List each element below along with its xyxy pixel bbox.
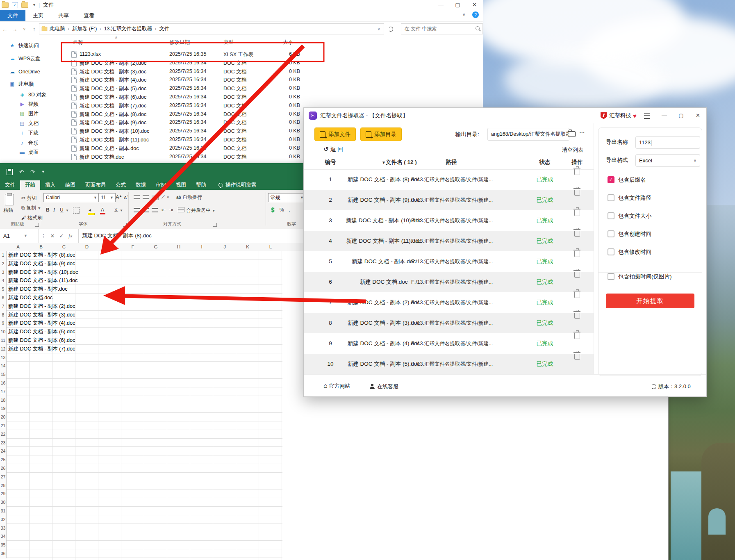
excel-row-number[interactable]: 29 bbox=[0, 489, 7, 499]
quick-toolbar-check-icon[interactable]: ✓ bbox=[12, 2, 18, 8]
align-middle-icon[interactable] bbox=[143, 195, 149, 199]
excel-tab-文件[interactable]: 文件 bbox=[0, 180, 20, 190]
undo-icon[interactable]: ↶ bbox=[19, 169, 24, 175]
file-row[interactable]: 新建 DOC 文档 - 副本 (2).doc2025/7/25 16:34DOC… bbox=[61, 59, 439, 68]
excel-row-number[interactable]: 7 bbox=[0, 302, 7, 311]
excel-cell-A12[interactable]: 新建 DOC 文档 - 副本 (7).doc bbox=[8, 345, 75, 353]
excel-cell-A11[interactable]: 新建 DOC 文档 - 副本 (6).doc bbox=[8, 336, 75, 345]
excel-col-K[interactable]: K bbox=[236, 243, 259, 251]
online-support-link[interactable]: 在线客服 bbox=[369, 383, 398, 390]
excel-row-number[interactable]: 4 bbox=[0, 276, 7, 285]
increase-indent-icon[interactable]: ⇥ bbox=[169, 207, 173, 213]
checkbox-包含创建时间[interactable] bbox=[608, 230, 614, 237]
table-row[interactable]: 7新建 DOC 文档 - 副本 (2).docF:/13.汇帮文件名提取器/文件… bbox=[304, 292, 594, 313]
excel-cell-A10[interactable]: 新建 DOC 文档 - 副本 (5).doc bbox=[8, 328, 75, 336]
excel-col-E[interactable]: E bbox=[98, 243, 121, 251]
excel-row-number[interactable]: 15 bbox=[0, 370, 7, 379]
file-row[interactable]: 新建 DOC 文档 - 副本 (4).doc2025/7/25 16:34DOC… bbox=[61, 76, 439, 84]
excel-col-F[interactable]: F bbox=[121, 243, 144, 251]
app-close-button[interactable]: ✕ bbox=[689, 111, 706, 121]
excel-col-A[interactable]: A bbox=[7, 243, 30, 251]
help-icon[interactable]: ? bbox=[472, 11, 479, 18]
name-box[interactable]: A1 ▼ bbox=[0, 229, 39, 243]
align-dialog-icon[interactable] bbox=[213, 223, 217, 227]
clipboard-dialog-icon[interactable] bbox=[35, 223, 39, 227]
excel-tab-页面布局[interactable]: 页面布局 bbox=[80, 180, 111, 190]
delete-icon[interactable] bbox=[574, 210, 580, 216]
file-row[interactable]: 新建 DOC 文档 - 副本 (3).doc2025/7/25 16:34DOC… bbox=[61, 68, 439, 76]
excel-cell-A6[interactable]: 新建 DOC 文档.doc bbox=[8, 294, 52, 302]
excel-tab-绘图[interactable]: 绘图 bbox=[60, 180, 80, 190]
file-row[interactable]: 1123.xlsx2025/7/25 16:35XLSX 工作表6 KB bbox=[61, 50, 439, 59]
enter-icon[interactable]: ✓ bbox=[57, 233, 66, 239]
excel-cell-A5[interactable]: 新建 DOC 文档 - 副本.doc bbox=[8, 285, 67, 294]
sidebar-item-快速访问[interactable]: ★快速访问 bbox=[0, 41, 71, 50]
font-color-icon[interactable]: A bbox=[101, 207, 104, 213]
ribbon-collapse-icon[interactable]: ∨ bbox=[462, 12, 465, 17]
decrease-indent-icon[interactable]: ⇤ bbox=[162, 207, 166, 213]
excel-col-I[interactable]: I bbox=[190, 243, 213, 251]
table-row[interactable]: 2新建 DOC 文档 - 副本 (9).docF:/13.汇帮文件名提取器/文件… bbox=[304, 190, 594, 210]
heart-icon[interactable]: ♥ bbox=[633, 112, 637, 119]
col-status[interactable]: 状态 bbox=[532, 155, 558, 169]
official-site-link[interactable]: ⌂ 官方网站 bbox=[323, 382, 350, 390]
delete-icon[interactable] bbox=[574, 231, 580, 237]
back-icon[interactable]: ← bbox=[0, 26, 10, 32]
excel-cell-A8[interactable]: 新建 DOC 文档 - 副本 (3).doc bbox=[8, 311, 75, 319]
file-row[interactable]: 新建 DOC 文档 - 副本 (6).doc2025/7/25 16:34DOC… bbox=[61, 93, 439, 102]
excel-row-number[interactable]: 6 bbox=[0, 294, 7, 303]
excel-col-D[interactable]: D bbox=[75, 243, 98, 251]
fill-color-icon[interactable]: ◂ bbox=[89, 207, 91, 213]
align-top-icon[interactable] bbox=[134, 195, 140, 199]
excel-cell-A4[interactable]: 新建 DOC 文档 - 副本 (11).doc bbox=[8, 276, 77, 285]
up-icon[interactable]: ↑ bbox=[29, 26, 39, 32]
excel-tab-审阅[interactable]: 审阅 bbox=[151, 180, 171, 190]
delete-icon[interactable] bbox=[574, 292, 580, 298]
excel-col-H[interactable]: H bbox=[167, 243, 190, 251]
toolbar-dropdown-icon[interactable]: ▼ bbox=[32, 3, 36, 7]
maximize-button[interactable]: ▢ bbox=[449, 0, 466, 10]
excel-row-number[interactable]: 28 bbox=[0, 481, 7, 490]
excel-row-number[interactable]: 13 bbox=[0, 353, 7, 362]
excel-row-number[interactable]: 34 bbox=[0, 532, 7, 541]
redo-icon[interactable]: ↷ bbox=[30, 169, 35, 175]
excel-tab-数据[interactable]: 数据 bbox=[131, 180, 151, 190]
explorer-tab-文件[interactable]: 文件 bbox=[0, 10, 25, 21]
more-options-icon[interactable]: … bbox=[579, 128, 585, 134]
italic-button[interactable]: I bbox=[53, 207, 55, 213]
column-header-大小[interactable]: 大小 bbox=[283, 39, 293, 46]
accounting-icon[interactable]: 💲 bbox=[270, 207, 276, 213]
align-center-icon[interactable] bbox=[143, 208, 149, 212]
excel-row-number[interactable]: 12 bbox=[0, 345, 7, 354]
excel-col-J[interactable]: J bbox=[213, 243, 236, 251]
col-no[interactable]: 编号 bbox=[320, 155, 341, 169]
excel-row-number[interactable]: 21 bbox=[0, 421, 7, 430]
excel-row-number[interactable]: 36 bbox=[0, 549, 7, 558]
excel-row-number[interactable]: 19 bbox=[0, 404, 7, 413]
excel-row-number[interactable]: 8 bbox=[0, 311, 7, 320]
delete-icon[interactable] bbox=[574, 272, 580, 278]
orientation-icon[interactable]: ⟋ ▼ bbox=[162, 194, 170, 200]
paste-label[interactable]: 粘贴 bbox=[3, 207, 13, 214]
align-left-icon[interactable] bbox=[134, 208, 140, 212]
formula-value[interactable]: 新建 DOC 文档 - 副本 (8).doc bbox=[82, 232, 152, 239]
breadcrumb[interactable]: 此电脑›新加卷 (F:)›13.汇帮文件名提取器›文件 ∨ bbox=[39, 23, 384, 34]
paste-icon[interactable] bbox=[5, 194, 14, 205]
excel-tab-公式[interactable]: 公式 bbox=[111, 180, 131, 190]
column-header-名称[interactable]: 名称 bbox=[73, 39, 83, 46]
delete-icon[interactable] bbox=[574, 354, 580, 360]
table-row[interactable]: 1新建 DOC 文档 - 副本 (8).docF:/13.汇帮文件名提取器/文件… bbox=[304, 169, 594, 190]
excel-col-B[interactable]: B bbox=[30, 243, 52, 251]
checkbox-包含后缀名[interactable]: ✓ bbox=[608, 176, 614, 183]
table-row[interactable]: 4新建 DOC 文档 - 副本 (11).docF:/13.汇帮文件名提取器/文… bbox=[304, 231, 594, 251]
explorer-tab-查看[interactable]: 查看 bbox=[76, 10, 102, 21]
excel-tab-帮助[interactable]: 帮助 bbox=[191, 180, 211, 190]
open-folder-icon[interactable] bbox=[568, 131, 576, 137]
excel-row-number[interactable]: 2 bbox=[0, 260, 7, 269]
excel-row-number[interactable]: 35 bbox=[0, 541, 7, 550]
percent-icon[interactable]: % bbox=[280, 207, 284, 213]
delete-icon[interactable] bbox=[574, 169, 580, 175]
back-button[interactable]: ↺ 返 回 bbox=[323, 146, 343, 153]
merge-center-button[interactable]: 合并后居中 ▼ bbox=[186, 207, 215, 214]
bold-button[interactable]: B bbox=[46, 207, 50, 213]
